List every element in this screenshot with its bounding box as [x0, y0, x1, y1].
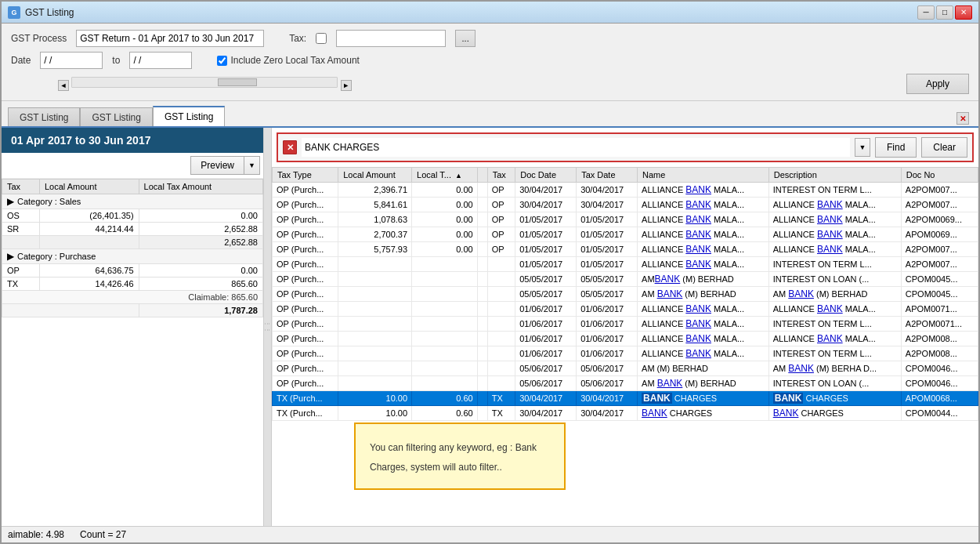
left-panel: 01 Apr 2017 to 30 Jun 2017 Preview ▼ Tax… — [2, 128, 264, 526]
col-doc-date[interactable]: Doc Date — [515, 168, 577, 183]
table-row[interactable]: OP (Purch... 5,841.61 0.00 OP 30/04/2017… — [273, 198, 978, 212]
scroll-right-arrow[interactable]: ► — [341, 80, 352, 91]
date-from-dropdown[interactable]: / / — [40, 52, 103, 69]
table-row[interactable]: OP (Purch... 05/05/2017 05/05/2017 AM BA… — [273, 287, 978, 302]
table-row: Claimable: 865.60 — [2, 291, 263, 304]
apply-button[interactable]: Apply — [906, 74, 969, 94]
close-button[interactable]: ✕ — [955, 5, 972, 20]
tab-gst-listing-3[interactable]: GST Listing — [153, 106, 225, 126]
count-status: Count = 27 — [80, 529, 126, 540]
scroll-left-arrow[interactable]: ◄ — [58, 80, 69, 91]
toolbar-row-2: Date / / to / / Include Zero Local Tax A… — [11, 52, 969, 69]
col-local-tax[interactable]: Local T... ▲ — [412, 168, 478, 183]
report-date-header: 01 Apr 2017 to 30 Jun 2017 — [2, 128, 263, 153]
toolbar-row-1: GST Process GST Return - 01 Apr 2017 to … — [11, 30, 969, 47]
col-sort[interactable] — [477, 168, 487, 183]
minimize-button[interactable]: ─ — [917, 5, 935, 20]
category-purchase-label: ▶Category : Purchase — [2, 249, 263, 264]
table-row: ▶Category : Sales — [2, 194, 263, 209]
table-row: ▶Category : Purchase — [2, 249, 263, 264]
scrollbar-container: ◄ ► — [58, 77, 352, 91]
window-controls: ─ □ ✕ — [917, 5, 972, 20]
include-zero-label: Include Zero Local Tax Amount — [230, 55, 360, 66]
col-local-amount: Local Amount — [39, 180, 139, 194]
table-row[interactable]: OP (Purch... 05/06/2017 05/06/2017 AM (M… — [273, 361, 978, 376]
window-title: GST Listing — [25, 7, 917, 18]
left-summary-table: Tax Local Amount Local Tax Amount ▶Categ… — [2, 179, 263, 526]
main-window: G GST Listing ─ □ ✕ GST Process GST Retu… — [0, 0, 980, 544]
date-label: Date — [11, 55, 31, 66]
checkbox-container: Include Zero Local Tax Amount — [217, 55, 360, 66]
preview-button[interactable]: Preview — [190, 156, 244, 175]
find-button[interactable]: Find — [875, 137, 917, 158]
table-row[interactable]: OP (Purch... 5,757.93 0.00 OP 01/05/2017… — [273, 242, 978, 257]
table-row[interactable]: OP (Purch... 05/06/2017 05/06/2017 AM BA… — [273, 376, 978, 391]
table-row: OP 64,636.75 0.00 — [2, 264, 263, 277]
table-row: TX 14,426.46 865.60 — [2, 277, 263, 291]
gst-process-dropdown[interactable]: GST Return - 01 Apr 2017 to 30 Jun 2017 — [76, 30, 264, 47]
col-name[interactable]: Name — [638, 168, 769, 183]
table-row[interactable]: OP (Purch... 01/06/2017 01/06/2017 ALLIA… — [273, 332, 978, 346]
tax-label: Tax: — [289, 33, 306, 44]
toolbar: GST Process GST Return - 01 Apr 2017 to … — [2, 24, 978, 101]
col-tax-type[interactable]: Tax Type — [273, 168, 338, 183]
search-bar: ✕ ▼ Find Clear — [277, 132, 974, 162]
include-zero-checkbox[interactable] — [217, 56, 227, 66]
title-bar: G GST Listing ─ □ ✕ — [2, 2, 978, 24]
table-row[interactable]: OP (Purch... 2,396.71 0.00 OP 30/04/2017… — [273, 183, 978, 198]
category-sales-label: ▶Category : Sales — [2, 194, 263, 209]
data-table: Tax Type Local Amount Local T... ▲ Tax D… — [272, 167, 978, 421]
col-doc-no[interactable]: Doc No — [901, 168, 978, 183]
maximize-button[interactable]: □ — [936, 5, 953, 20]
preview-dropdown-arrow[interactable]: ▼ — [244, 156, 260, 175]
tab-gst-listing-2[interactable]: GST Listing — [80, 107, 152, 126]
grand-total-row: 1,787.28 — [2, 304, 263, 317]
tooltip-box: You can filtering any keyword, eg : Bank… — [354, 423, 566, 490]
date-to-dropdown[interactable]: / / — [129, 52, 192, 69]
table-header-row: Tax Type Local Amount Local T... ▲ Tax D… — [273, 168, 978, 183]
table-row: SR 44,214.44 2,652.88 — [2, 223, 263, 236]
resize-handle[interactable]: ⋮⋮ — [264, 128, 272, 526]
table-row[interactable]: TX (Purch... 10.00 0.60 TX 30/04/2017 30… — [273, 391, 978, 406]
search-input[interactable] — [302, 138, 850, 157]
close-tab-button[interactable]: ✕ — [956, 112, 969, 125]
tabs-container: GST Listing GST Listing GST Listing ✕ — [2, 101, 978, 128]
status-bar: aimable: 4.98 Count = 27 — [2, 526, 978, 542]
main-content: GST Listing GST Listing GST Listing ✕ 01… — [2, 101, 978, 542]
table-row[interactable]: OP (Purch... 2,700.37 0.00 OP 01/05/2017… — [273, 227, 978, 242]
table-row[interactable]: OP (Purch... 1,078.63 0.00 OP 01/05/2017… — [273, 212, 978, 227]
col-tax-date[interactable]: Tax Date — [577, 168, 638, 183]
col-local-amount[interactable]: Local Amount — [338, 168, 412, 183]
tax-checkbox[interactable] — [316, 33, 327, 44]
table-row[interactable]: OP (Purch... 01/05/2017 01/05/2017 ALLIA… — [273, 257, 978, 272]
toolbar-row-3: ◄ ► Apply — [11, 74, 969, 94]
table-row[interactable]: OP (Purch... 01/06/2017 01/06/2017 ALLIA… — [273, 317, 978, 332]
table-row[interactable]: TX (Purch... 10.00 0.60 TX 30/04/2017 30… — [273, 406, 978, 421]
table-row[interactable]: OP (Purch... 01/06/2017 01/06/2017 ALLIA… — [273, 346, 978, 361]
col-local-tax: Local Tax Amount — [139, 180, 262, 194]
table-row[interactable]: OP (Purch... 01/06/2017 01/06/2017 ALLIA… — [273, 302, 978, 317]
tax-dropdown[interactable] — [336, 30, 446, 47]
search-clear-x-button[interactable]: ✕ — [283, 140, 297, 154]
table-row: OS (26,401.35) 0.00 — [2, 209, 263, 223]
tax-browse-button[interactable]: ... — [455, 30, 476, 47]
tooltip-text: You can filtering any keyword, eg : Bank… — [370, 442, 537, 473]
col-tax[interactable]: Tax — [487, 168, 515, 183]
tab-gst-listing-1[interactable]: GST Listing — [8, 107, 80, 126]
claimable-status: aimable: 4.98 — [8, 529, 64, 540]
col-description[interactable]: Description — [768, 168, 901, 183]
clear-button[interactable]: Clear — [921, 137, 967, 158]
table-row[interactable]: OP (Purch... 05/05/2017 05/05/2017 AMBAN… — [273, 272, 978, 287]
date-to-label: to — [112, 55, 120, 66]
table-row: 2,652.88 — [2, 236, 263, 249]
gst-process-label: GST Process — [11, 33, 67, 44]
search-dropdown-button[interactable]: ▼ — [855, 138, 870, 157]
col-tax: Tax — [2, 180, 40, 194]
app-icon: G — [8, 6, 20, 19]
preview-area: Preview ▼ — [2, 153, 263, 179]
drag-dots-icon: ⋮⋮ — [264, 321, 271, 333]
